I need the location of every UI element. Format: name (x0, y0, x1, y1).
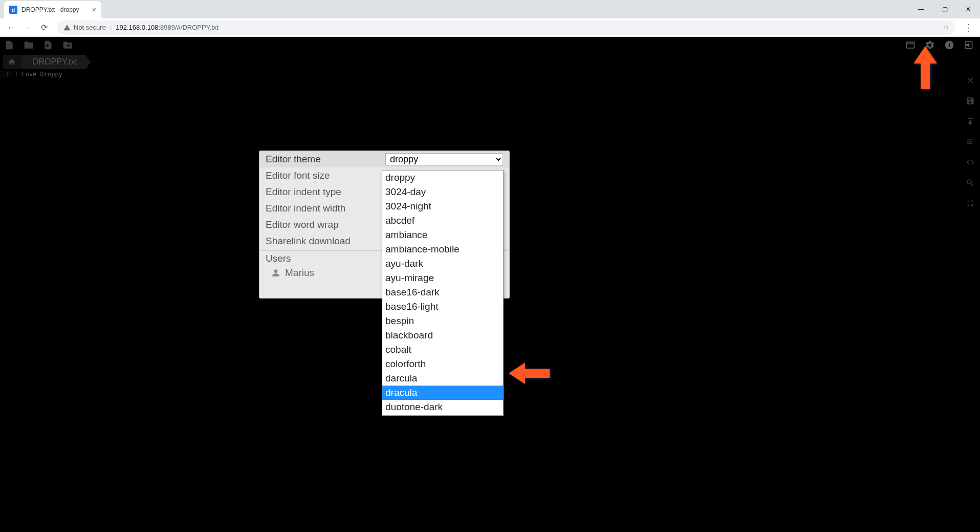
window-maximize-icon[interactable]: ▢ (933, 2, 956, 17)
warning-icon (63, 24, 71, 31)
line-text: I Love Droppy (12, 71, 62, 78)
not-secure-badge: Not secure (63, 24, 106, 31)
theme-option[interactable]: duotone-dark (382, 400, 503, 414)
add-folder-icon[interactable] (62, 40, 73, 50)
theme-option[interactable]: 3024-day (382, 185, 503, 199)
tab-close-icon[interactable]: × (92, 6, 96, 14)
browser-tab[interactable]: d DROPPY.txt - droppy × (4, 1, 101, 18)
save-icon[interactable] (966, 96, 975, 105)
annotation-arrow-up (913, 46, 937, 89)
breadcrumb: DROPPY.txt (3, 54, 85, 70)
wrap-icon[interactable] (966, 137, 975, 146)
favicon-icon: d (9, 6, 17, 14)
theme-option[interactable]: ambiance (382, 228, 503, 242)
breadcrumb-home[interactable] (3, 55, 20, 69)
theme-option[interactable]: 3024-night (382, 199, 503, 214)
editor-side-toolbar (966, 76, 975, 208)
fullscreen-icon[interactable] (966, 199, 975, 208)
annotation-arrow-left (509, 363, 550, 384)
folder-icon[interactable] (24, 40, 34, 50)
app-area: i DROPPY.txt 1 I Love Droppy Editor them… (0, 37, 980, 532)
code-editor[interactable]: 1 I Love Droppy (0, 71, 980, 78)
theme-option[interactable]: cobalt (382, 343, 503, 357)
url-text: 192.168.0.108:8989/#/DROPPY.txt (116, 24, 219, 31)
new-file-icon[interactable] (4, 40, 14, 50)
code-icon[interactable] (966, 158, 975, 167)
tab-title: DROPPY.txt - droppy (21, 6, 79, 13)
theme-select[interactable]: droppy (385, 153, 503, 165)
address-row: ← → ⟳ Not secure | 192.168.0.108:8989/#/… (0, 18, 980, 37)
user-icon (272, 269, 280, 277)
breadcrumb-file[interactable]: DROPPY.txt (21, 55, 85, 69)
theme-option[interactable]: base16-light (382, 300, 503, 314)
theme-dropdown: droppy3024-day3024-nightabcdefambianceam… (382, 170, 504, 416)
add-file-icon[interactable] (43, 40, 53, 50)
logout-icon[interactable] (964, 40, 974, 50)
browser-chrome: d DROPPY.txt - droppy × — ▢ ✕ ← → ⟳ Not … (0, 0, 980, 37)
tab-strip: d DROPPY.txt - droppy × — ▢ ✕ (0, 0, 980, 18)
home-icon (8, 58, 16, 66)
theme-option[interactable]: darcula (382, 371, 503, 386)
theme-option[interactable]: base16-dark (382, 285, 503, 300)
address-bar[interactable]: Not secure | 192.168.0.108:8989/#/DROPPY… (57, 20, 955, 35)
editor-line: 1 I Love Droppy (0, 71, 980, 78)
settings-row-theme: Editor theme droppy (259, 151, 509, 167)
theme-dropdown-list[interactable]: droppy3024-day3024-nightabcdefambianceam… (382, 171, 503, 415)
nav-forward-icon: → (20, 20, 35, 35)
theme-option[interactable]: duotone-light (382, 414, 503, 415)
info-icon[interactable]: i (944, 40, 954, 50)
theme-option[interactable]: colorforth (382, 357, 503, 371)
theme-option[interactable]: ambiance-mobile (382, 242, 503, 257)
window-controls: — ▢ ✕ (909, 0, 980, 18)
chrome-menu-icon[interactable]: ⋮ (962, 22, 976, 33)
theme-option[interactable]: ayu-mirage (382, 271, 503, 285)
toolbar-left (4, 40, 73, 50)
search-icon[interactable] (966, 178, 975, 187)
theme-option[interactable]: blackboard (382, 328, 503, 343)
download-icon[interactable] (966, 117, 975, 126)
bookmark-star-icon[interactable]: ☆ (943, 24, 949, 31)
theme-option[interactable]: abcdef (382, 214, 503, 228)
line-number: 1 (0, 71, 12, 78)
theme-option[interactable]: dracula (382, 386, 503, 400)
theme-option[interactable]: ayu-dark (382, 257, 503, 271)
nav-reload-icon[interactable]: ⟳ (37, 20, 51, 35)
theme-option[interactable]: bespin (382, 314, 503, 328)
nav-back-icon[interactable]: ← (4, 20, 18, 35)
window-minimize-icon[interactable]: — (909, 2, 933, 17)
theme-option[interactable]: droppy (382, 171, 503, 185)
window-close-icon[interactable]: ✕ (956, 2, 980, 17)
close-icon[interactable] (966, 76, 975, 85)
